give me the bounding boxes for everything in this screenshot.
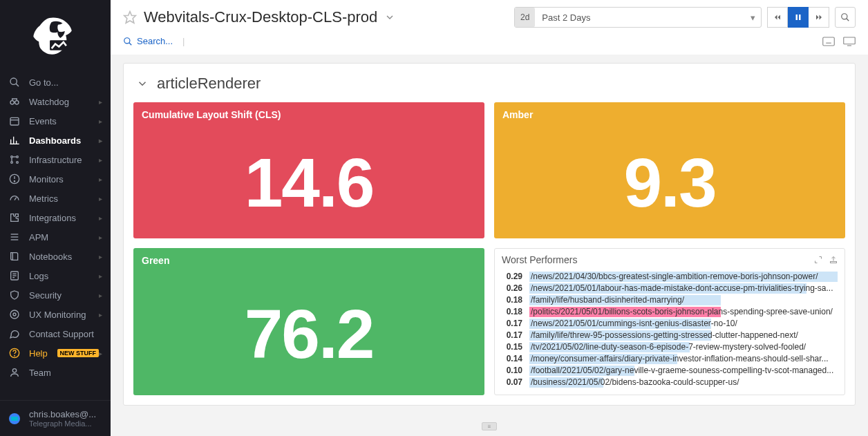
tile-value: 9.3 [494, 127, 845, 238]
nav-label: Contact Support [29, 329, 102, 339]
calendar-icon [8, 115, 21, 126]
table-row[interactable]: 0.18/politics/2021/05/01/billions-scots-… [500, 306, 839, 318]
chevron-right-icon: ▸ [99, 137, 102, 144]
nav-label: APM [29, 232, 99, 243]
table-row[interactable]: 0.15/tv/2021/05/02/line-duty-season-6-ep… [500, 341, 839, 353]
nav-label: Metrics [29, 193, 99, 204]
svg-point-29 [13, 313, 16, 316]
nav-dashboards[interactable]: Dashboards▸ [0, 131, 111, 150]
sidebar-footer: chris.boakes@... Telegraph Media... [0, 400, 111, 436]
time-range-picker[interactable]: 2d Past 2 Days ▾ [514, 7, 762, 28]
nav-apm[interactable]: APM▸ [0, 227, 111, 247]
nav-watchdog[interactable]: Watchdog▸ [0, 92, 111, 111]
nav-ux-monitoring[interactable]: UX Monitoring▸ [0, 305, 111, 324]
chevron-right-icon: ▸ [99, 311, 102, 319]
table-body: 0.29/news/2021/04/30/bbcs-greatest-singl… [495, 271, 845, 392]
row-value: 0.15 [502, 342, 522, 352]
svg-rect-49 [844, 37, 856, 44]
time-forward-button[interactable] [809, 7, 829, 28]
nav-label: Logs [29, 271, 99, 281]
tile-green[interactable]: Green 76.2 [133, 248, 484, 395]
nav-notebooks[interactable]: Notebooks▸ [0, 247, 111, 266]
nav-label: Watchdog [29, 97, 99, 107]
logo[interactable] [0, 0, 111, 73]
row-path: /business/2021/05/02/bidens-bazooka-coul… [529, 377, 838, 388]
page-title: Webvitals-Crux-Desktop-CLS-prod [144, 8, 377, 26]
svg-line-2 [16, 84, 19, 86]
main: Webvitals-Crux-Desktop-CLS-prod 2d Past … [111, 0, 868, 436]
svg-rect-43 [823, 37, 835, 46]
group-header[interactable]: articleRenderer [133, 64, 845, 102]
nav-label: UX Monitoring [29, 310, 99, 320]
subbar: Search... | [111, 32, 868, 55]
svg-point-1 [10, 78, 17, 84]
nav-label: Help [29, 348, 55, 359]
table-row[interactable]: 0.17/family/life/threw-95-possessions-ge… [500, 330, 839, 341]
svg-marker-36 [124, 12, 136, 23]
row-path: /news/2021/05/01/labour-has-made-mistake… [529, 283, 838, 294]
row-path: /politics/2021/05/01/billions-scots-bori… [529, 307, 838, 317]
svg-point-12 [17, 156, 19, 158]
team-icon [8, 367, 21, 378]
chevron-right-icon: ▸ [99, 195, 102, 202]
nav-events[interactable]: Events▸ [0, 111, 111, 131]
worst-performers-card[interactable]: Worst Performers 0.29/news/2021/04/30/bb… [494, 248, 845, 395]
svg-point-33 [12, 369, 16, 372]
tile-cls-red[interactable]: Cumulative Layout Shift (CLS) 14.6 [133, 102, 484, 238]
tile-amber[interactable]: Amber 9.3 [494, 102, 845, 238]
nav-label: Monitors [29, 174, 99, 184]
svg-rect-38 [799, 15, 801, 20]
nav-logs[interactable]: Logs▸ [0, 266, 111, 285]
nav-contact-support[interactable]: Contact Support [0, 324, 111, 343]
row-value: 0.17 [502, 319, 522, 329]
time-pause-button[interactable] [788, 7, 809, 28]
nav-infrastructure[interactable]: Infrastructure▸ [0, 150, 111, 169]
caret-down-icon: ▾ [751, 12, 755, 23]
nav-integrations[interactable]: Integrations▸ [0, 208, 111, 227]
table-row[interactable]: 0.29/news/2021/04/30/bbcs-greatest-singl… [500, 271, 839, 283]
search-icon-button[interactable] [835, 7, 856, 28]
table-row[interactable]: 0.14/money/consumer-affairs/diary-privat… [500, 353, 839, 365]
binoculars-icon [8, 96, 21, 107]
row-value: 0.18 [502, 295, 522, 305]
keyboard-icon[interactable] [822, 37, 835, 46]
chart-icon [8, 135, 21, 146]
tile-title: Cumulative Layout Shift (CLS) [133, 102, 484, 127]
row-value: 0.07 [502, 377, 522, 388]
nav-monitors[interactable]: Monitors▸ [0, 169, 111, 189]
group-card: articleRenderer Cumulative Layout Shift … [123, 63, 856, 406]
svg-point-14 [17, 162, 19, 164]
table-row[interactable]: 0.07/business/2021/05/02/bidens-bazooka-… [500, 377, 839, 388]
svg-point-30 [10, 310, 19, 319]
book-icon [8, 251, 21, 262]
expand-icon[interactable] [814, 256, 822, 264]
nav-goto[interactable]: Go to... [0, 73, 111, 92]
table-row[interactable]: 0.17/news/2021/05/01/cummings-isnt-geniu… [500, 318, 839, 330]
sidebar: Go to...Watchdog▸Events▸Dashboards▸Infra… [0, 0, 111, 436]
user-menu[interactable]: chris.boakes@... Telegraph Media... [0, 405, 111, 432]
table-row[interactable]: 0.18/family/life/husband-disinherited-ma… [500, 294, 839, 306]
chevron-right-icon: ▸ [99, 234, 102, 241]
export-icon[interactable] [829, 256, 838, 264]
nav-security[interactable]: Security▸ [0, 285, 111, 305]
nav-help[interactable]: HelpNEW STUFF▸ [0, 343, 111, 363]
svg-point-13 [11, 162, 13, 164]
header: Webvitals-Crux-Desktop-CLS-prod 2d Past … [111, 0, 868, 32]
table-row[interactable]: 0.26/news/2021/05/01/labour-has-made-mis… [500, 283, 839, 294]
title-menu-chevron-icon[interactable] [384, 12, 395, 23]
svg-rect-51 [831, 262, 837, 263]
chevron-right-icon: ▸ [99, 156, 102, 164]
table-row[interactable]: 0.10/football/2021/05/02/gary-neville-v-… [500, 365, 839, 377]
logs-icon [8, 270, 21, 281]
nav-items: Go to...Watchdog▸Events▸Dashboards▸Infra… [0, 73, 111, 400]
star-icon[interactable] [123, 10, 137, 24]
nav-team[interactable]: Team [0, 363, 111, 382]
row-path: /tv/2021/05/02/line-duty-season-6-episod… [529, 342, 838, 352]
alert-icon [8, 173, 21, 184]
tv-mode-icon[interactable] [843, 37, 856, 46]
nav-metrics[interactable]: Metrics▸ [0, 189, 111, 208]
time-back-button[interactable] [767, 7, 788, 28]
search-link[interactable]: Search... | [123, 36, 185, 46]
tile-title: Green [133, 248, 484, 273]
drag-handle-icon[interactable]: ≡ [482, 422, 497, 430]
